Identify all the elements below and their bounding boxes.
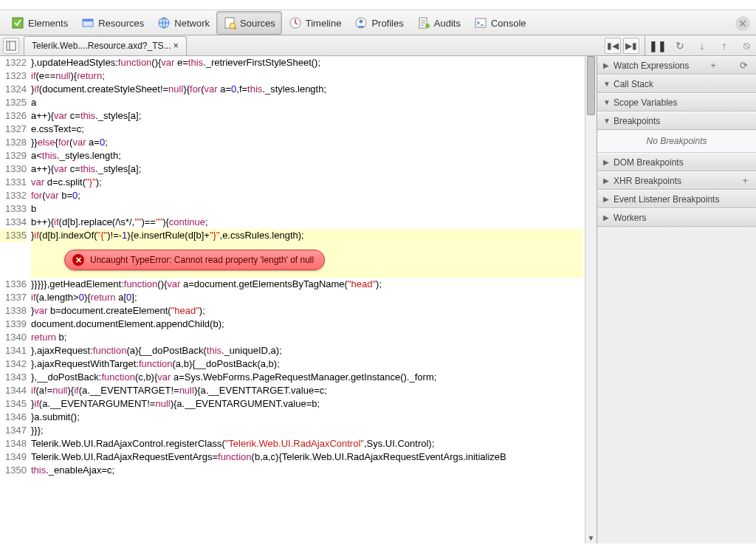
debug-deactivate-button[interactable]: ⦸	[738, 38, 755, 54]
line-number[interactable]: 1346	[0, 411, 27, 424]
tab-profiles[interactable]: Profiles	[348, 11, 410, 35]
scroll-thumb[interactable]	[587, 56, 595, 115]
line-number[interactable]: 1342	[0, 357, 27, 371]
line-number[interactable]: 1341	[0, 344, 27, 357]
editor-scrollbar[interactable]: ▲ ▼	[585, 56, 597, 544]
tab-elements[interactable]: Elements	[4, 11, 75, 35]
code-line[interactable]: a++){var c=this._styles[a];	[31, 162, 583, 176]
refresh-watch-button[interactable]: ⟳	[738, 60, 750, 71]
code-line[interactable]: },updateHeadStyles:function(){var e=this…	[31, 56, 583, 69]
code-line[interactable]: }}}}},getHeadElement:function(){var a=do…	[31, 278, 583, 291]
scroll-down-arrow[interactable]: ▼	[585, 532, 597, 544]
line-number[interactable]: 1335	[0, 229, 27, 242]
nav-fwd-button[interactable]: ▶▮	[623, 38, 639, 54]
code-line[interactable]: if(a!=null){if(a.__EVENTTARGET!=null){a.…	[31, 384, 583, 397]
panel-event-breakpoints[interactable]: ▶Event Listener Breakpoints	[597, 190, 756, 208]
line-number[interactable]: 1336	[0, 278, 27, 291]
code-line[interactable]: aa++){var c=this._styles[a];e.cssText=c;…	[31, 96, 583, 109]
error-icon: ✕	[72, 254, 84, 266]
debug-step-out-button[interactable]: ↑	[716, 38, 732, 54]
code-line[interactable]: },ajaxRequest:function(a){__doPostBack(t…	[31, 344, 583, 357]
code-line[interactable]: return b;	[31, 331, 583, 344]
panel-dom-breakpoints[interactable]: ▶DOM Breakpoints	[597, 153, 756, 171]
tab-network[interactable]: Network	[151, 11, 216, 35]
code-line[interactable]: }if(d[b].indexOf("{")!=-1){e.insertRule(…	[31, 229, 583, 242]
line-number[interactable]: 1344	[0, 384, 27, 397]
code-line[interactable]: }}else{for(var a=0;	[31, 136, 583, 149]
add-xhr-bp-button[interactable]: +	[740, 175, 750, 186]
line-number[interactable]: 1323	[0, 69, 27, 83]
add-watch-button[interactable]: +	[708, 60, 718, 71]
tab-audits[interactable]: Audits	[410, 11, 467, 35]
line-number[interactable]: 1331	[0, 176, 27, 189]
debugger-sidebar: ▶Watch Expressions+⟳ ▼Call Stack ▼Scope …	[597, 56, 756, 544]
code-line[interactable]: Telerik.Web.UI.RadAjaxRequestEventArgs=f…	[31, 450, 583, 464]
line-number[interactable]: 1330	[0, 162, 27, 176]
collapse-icon: ▼	[603, 117, 611, 125]
code-line[interactable]: a<this._styles.length;	[31, 149, 583, 162]
line-number[interactable]: 1350	[0, 464, 27, 477]
code-line[interactable]: e.cssText=c;	[31, 123, 583, 136]
line-number[interactable]: 1327	[0, 123, 27, 136]
expand-icon: ▶	[603, 195, 611, 203]
panel-title: Scope Variables	[614, 97, 678, 108]
line-number[interactable]: 1347	[0, 424, 27, 437]
panel-workers[interactable]: ▶Workers	[597, 208, 756, 227]
tab-console[interactable]: Console	[467, 11, 533, 35]
line-number[interactable]: 1326	[0, 109, 27, 123]
source-file-tab[interactable]: Telerik.Web....Resource.axd?_TS... ×	[24, 36, 187, 55]
navigator-toggle-button[interactable]	[3, 38, 19, 54]
code-line[interactable]: this._enableAjax=c;	[31, 464, 583, 477]
code-line[interactable]: bb++){if(d[b].replace(/\s*/,"")==""){con…	[31, 202, 583, 216]
svg-rect-2	[83, 19, 93, 21]
code-line[interactable]: for(var b=0;	[31, 189, 583, 202]
breakpoints-empty: No Breakpoints	[597, 130, 756, 153]
line-number[interactable]: 1348	[0, 437, 27, 450]
code-line[interactable]: }a.submit();	[31, 411, 583, 424]
devtools-close-button[interactable]: ✕	[735, 16, 750, 31]
line-number[interactable]: 1340	[0, 331, 27, 344]
line-number[interactable]: 1338	[0, 304, 27, 318]
line-number[interactable]: 1339	[0, 318, 27, 331]
debug-step-into-button[interactable]: ↓	[694, 38, 710, 54]
debug-pause-button[interactable]: ❚❚	[650, 38, 666, 54]
panel-title: Call Stack	[614, 79, 653, 89]
tab-sources[interactable]: Sources	[216, 11, 282, 35]
panel-xhr-breakpoints[interactable]: ▶XHR Breakpoints+	[597, 171, 756, 190]
line-number[interactable]: 1333	[0, 202, 27, 216]
code-line[interactable]: b++){if(d[b].replace(/\s*/,"")==""){cont…	[31, 216, 583, 229]
code-line[interactable]: }}};	[31, 424, 583, 437]
source-editor[interactable]: 1322132313241325132613271328132913301331…	[0, 56, 597, 544]
line-number[interactable]: 1349	[0, 450, 27, 464]
tab-resources[interactable]: Resources	[75, 11, 151, 35]
panel-callstack[interactable]: ▼Call Stack	[597, 75, 756, 93]
code-line[interactable]: Telerik.Web.UI.RadAjaxControl.registerCl…	[31, 437, 583, 450]
line-number[interactable]: 1343	[0, 371, 27, 384]
line-number[interactable]: 1322	[0, 56, 27, 69]
code-line[interactable]: },ajaxRequestWithTarget:function(a,b){__…	[31, 357, 583, 371]
code-line[interactable]: if(a.length>0){return a[0];	[31, 291, 583, 304]
code-line[interactable]: document.documentElement.appendChild(b);	[31, 318, 583, 331]
line-number[interactable]: 1324	[0, 83, 27, 96]
line-number[interactable]: 1325	[0, 96, 27, 109]
panel-watch[interactable]: ▶Watch Expressions+⟳	[597, 56, 756, 75]
line-number[interactable]: 1329	[0, 149, 27, 162]
code-line[interactable]: },__doPostBack:function(c,b){var a=Sys.W…	[31, 371, 583, 384]
line-number[interactable]: 1345	[0, 397, 27, 411]
debug-step-over-button[interactable]: ↻	[672, 38, 688, 54]
expand-icon: ▶	[603, 176, 611, 185]
code-line[interactable]: if(e==null){return;	[31, 69, 583, 83]
line-number[interactable]: 1334	[0, 216, 27, 229]
panel-scope[interactable]: ▼Scope Variables	[597, 93, 756, 112]
tab-timeline[interactable]: Timeline	[282, 11, 348, 35]
code-line[interactable]: a++){var c=this._styles[a];	[31, 109, 583, 123]
nav-back-button[interactable]: ▮◀	[605, 38, 621, 54]
line-number[interactable]: 1337	[0, 291, 27, 304]
code-line[interactable]: var d=c.split("}");	[31, 176, 583, 189]
code-line[interactable]: }var b=document.createElement("head");	[31, 304, 583, 318]
line-number[interactable]: 1332	[0, 189, 27, 202]
line-number[interactable]: 1328	[0, 136, 27, 149]
panel-breakpoints[interactable]: ▼Breakpoints	[597, 112, 756, 130]
code-line[interactable]: }if(document.createStyleSheet!=null){for…	[31, 83, 583, 96]
code-line[interactable]: }if(a.__EVENTARGUMENT!=null){a.__EVENTAR…	[31, 397, 583, 411]
